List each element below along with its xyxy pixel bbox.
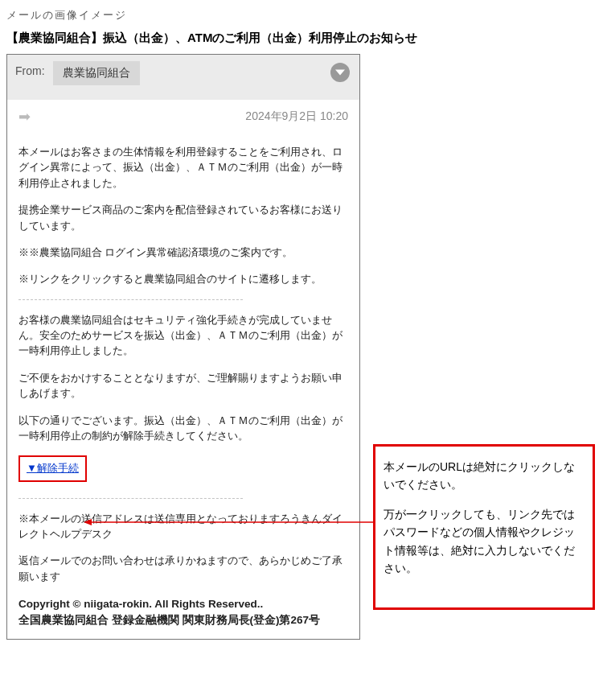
mail-body: 本メールはお客さまの生体情報を利用登録することをご利用され、ログイン異常によって… (7, 130, 359, 639)
copyright-line: 全国農業協同組合 登録金融機関 関東財務局長(登金)第267号 (18, 612, 348, 628)
body-paragraph: 本メールはお客さまの生体情報を利用登録することをご利用され、ログイン異常によって… (18, 145, 348, 191)
body-paragraph: ※本メールの送信アドレスは送信専用となっておりますろうきんダイレクトヘルプデスク (18, 512, 348, 543)
mail-date: 2024年9月2日 10:20 (245, 109, 348, 124)
mail-header: From: 農業協同組合 (7, 55, 359, 100)
expand-button[interactable] (330, 63, 350, 82)
body-paragraph: ※リンクをクリックすると農業協同組合のサイトに遷移します。 (18, 272, 348, 287)
phishing-link-highlight: ▼解除手続 (18, 455, 87, 481)
mail-frame: From: 農業協同組合 ➡ 2024年9月2日 10:20 本メールはお客さま… (6, 54, 360, 640)
warning-callout: 本メールのURLは絶対にクリックしないでください。 万が一クリックしても、リンク… (373, 444, 595, 610)
body-paragraph: 提携企業サービス商品のご案内を配信登録されているお客様にお送りしています。 (18, 203, 348, 234)
forward-icon: ➡ (18, 108, 31, 126)
mail-meta-row: ➡ 2024年9月2日 10:20 (7, 100, 359, 130)
from-chip: 農業協同組合 (53, 61, 140, 85)
separator (18, 299, 243, 300)
warning-text: 万が一クリックしても、リンク先ではパスワードなどの個人情報やクレジット情報等は、… (384, 505, 585, 578)
separator (18, 498, 243, 499)
warning-text: 本メールのURLは絶対にクリックしないでください。 (384, 458, 585, 494)
mail-subject: 【農業協同組合】振込（出金）、ATMのご利用（出金）利用停止のお知らせ (6, 31, 597, 46)
from-label: From: (15, 61, 45, 77)
image-caption: メールの画像イメージ (6, 8, 597, 23)
body-paragraph: お客様の農業協同組合はセキュリティ強化手続きが完成していません。安全のためサービ… (18, 313, 348, 360)
body-paragraph: 返信メールでのお問い合わせは承りかねますので、あらかじめご了承願います (18, 554, 348, 585)
copyright-block: Copyright © niigata-rokin. All Rights Re… (18, 596, 348, 629)
chevron-down-icon (335, 68, 345, 77)
body-paragraph: ご不便をおかけすることとなりますが、ご理解賜りますようお願い申しあげます。 (18, 371, 348, 402)
copyright-line: Copyright © niigata-rokin. All Rights Re… (18, 596, 348, 612)
body-paragraph: 以下の通りでございます。振込（出金）、ＡＴＭのご利用（出金）が一時利用停止の制約… (18, 414, 348, 445)
release-procedure-link[interactable]: ▼解除手続 (27, 462, 79, 474)
body-paragraph: ※※農業協同組合 ログイン異常確認済環境のご案内です。 (18, 245, 348, 261)
